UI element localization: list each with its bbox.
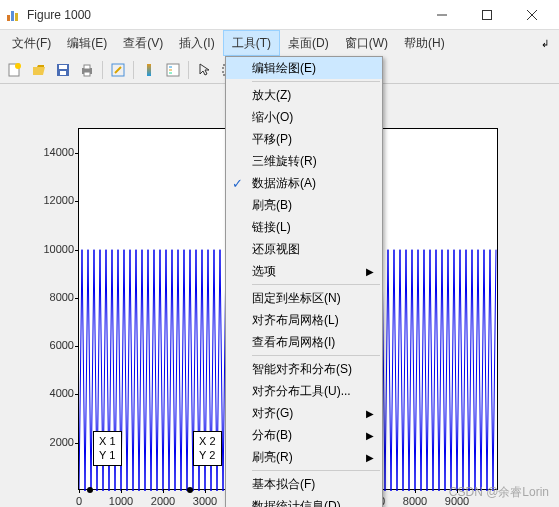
svg-point-8	[15, 63, 21, 69]
dropdown-item[interactable]: ✓数据游标(A)	[226, 172, 382, 194]
dropdown-item[interactable]: 对齐分布工具(U)...	[226, 380, 382, 402]
datatip-2-marker	[187, 487, 193, 493]
open-icon[interactable]	[28, 59, 50, 81]
dropdown-item[interactable]: 选项▶	[226, 260, 382, 282]
link-icon[interactable]	[107, 59, 129, 81]
dropdown-item[interactable]: 三维旋转(R)	[226, 150, 382, 172]
window-title: Figure 1000	[27, 8, 419, 22]
tools-dropdown: 编辑绘图(E)放大(Z)缩小(O)平移(P)三维旋转(R)✓数据游标(A)刷亮(…	[225, 56, 383, 507]
maximize-button[interactable]	[464, 0, 509, 30]
dropdown-item[interactable]: 还原视图	[226, 238, 382, 260]
svg-rect-1	[11, 11, 14, 21]
dropdown-item[interactable]: 刷亮(B)	[226, 194, 382, 216]
datatip-1-marker	[87, 487, 93, 493]
svg-line-16	[115, 67, 121, 73]
minimize-button[interactable]	[419, 0, 464, 30]
close-button[interactable]	[509, 0, 554, 30]
datatip-1[interactable]: X 1 Y 1	[93, 431, 122, 466]
menu-desktop[interactable]: 桌面(D)	[280, 30, 337, 56]
dropdown-item[interactable]: 对齐布局网格(L)	[226, 309, 382, 331]
dropdown-item[interactable]: 固定到坐标区(N)	[226, 287, 382, 309]
dropdown-item[interactable]: 编辑绘图(E)	[226, 57, 382, 79]
menu-file[interactable]: 文件(F)	[4, 30, 59, 56]
colorbar-icon[interactable]	[138, 59, 160, 81]
titlebar: Figure 1000	[0, 0, 559, 30]
svg-rect-18	[167, 64, 179, 76]
svg-rect-10	[59, 65, 67, 69]
dropdown-item[interactable]: 数据统计信息(D)	[226, 495, 382, 507]
menu-window[interactable]: 窗口(W)	[337, 30, 396, 56]
new-figure-icon[interactable]	[4, 59, 26, 81]
pointer-icon[interactable]	[193, 59, 215, 81]
dropdown-item[interactable]: 缩小(O)	[226, 106, 382, 128]
dropdown-item[interactable]: 分布(B)▶	[226, 424, 382, 446]
svg-rect-4	[482, 10, 491, 19]
app-icon	[5, 7, 21, 23]
menu-edit[interactable]: 编辑(E)	[59, 30, 115, 56]
dropdown-item[interactable]: 智能对齐和分布(S)	[226, 358, 382, 380]
menubar: 文件(F) 编辑(E) 查看(V) 插入(I) 工具(T) 桌面(D) 窗口(W…	[0, 30, 559, 56]
menu-insert[interactable]: 插入(I)	[171, 30, 222, 56]
menu-tools[interactable]: 工具(T)	[223, 30, 280, 56]
dropdown-item[interactable]: 链接(L)	[226, 216, 382, 238]
dropdown-item[interactable]: 刷亮(R)▶	[226, 446, 382, 468]
svg-rect-17	[147, 64, 151, 76]
datatip-2[interactable]: X 2 Y 2	[193, 431, 222, 466]
dropdown-item[interactable]: 查看布局网格(I)	[226, 331, 382, 353]
print-icon[interactable]	[76, 59, 98, 81]
svg-rect-13	[84, 65, 90, 69]
menu-view[interactable]: 查看(V)	[115, 30, 171, 56]
svg-rect-2	[15, 13, 18, 21]
menu-overflow[interactable]: ↲	[535, 30, 555, 56]
legend-icon[interactable]	[162, 59, 184, 81]
save-icon[interactable]	[52, 59, 74, 81]
dropdown-item[interactable]: 对齐(G)▶	[226, 402, 382, 424]
svg-rect-0	[7, 15, 10, 21]
dropdown-item[interactable]: 平移(P)	[226, 128, 382, 150]
svg-rect-14	[84, 72, 90, 76]
menu-help[interactable]: 帮助(H)	[396, 30, 453, 56]
svg-rect-11	[60, 71, 66, 75]
dropdown-item[interactable]: 基本拟合(F)	[226, 473, 382, 495]
watermark: CSDN @余睿Lorin	[449, 484, 549, 501]
dropdown-item[interactable]: 放大(Z)	[226, 84, 382, 106]
